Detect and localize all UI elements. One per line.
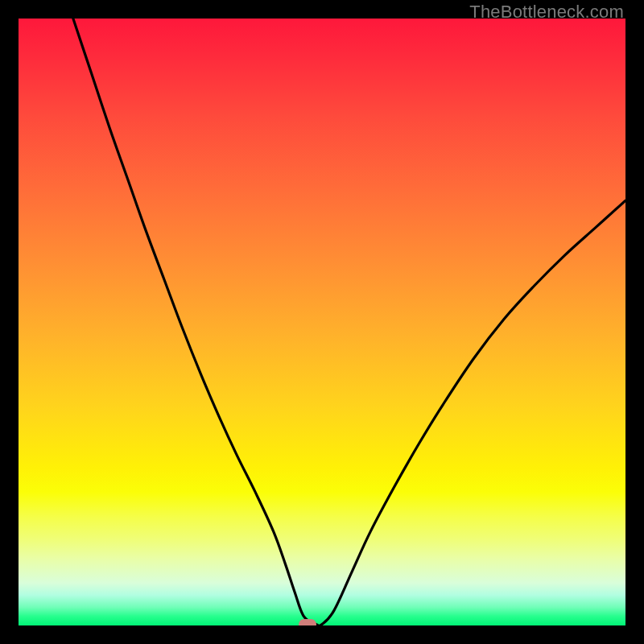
figure-frame: TheBottleneck.com [0,0,644,644]
optimal-point-marker [299,619,316,625]
plot-area [19,19,625,625]
watermark-text: TheBottleneck.com [469,2,624,23]
bottleneck-curve [19,19,625,625]
